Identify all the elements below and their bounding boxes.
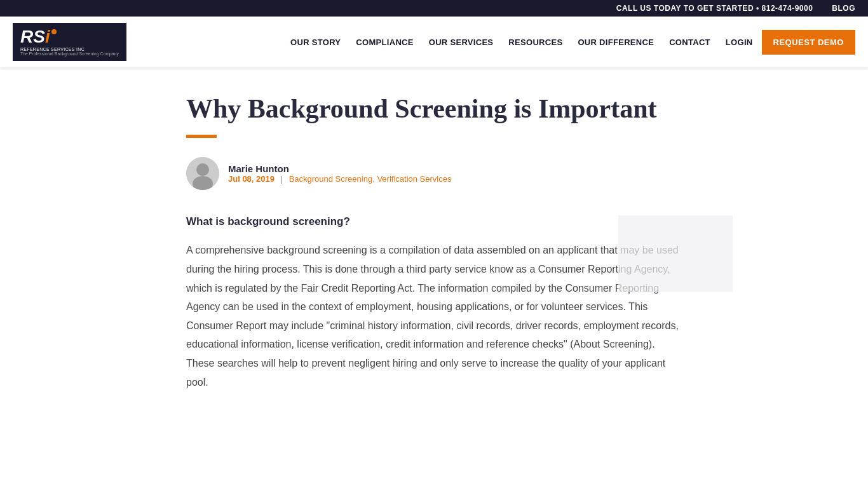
logo-r: R: [20, 28, 33, 46]
article-title: Why Background Screening is Important: [186, 93, 682, 125]
nav-contact[interactable]: CONTACT: [663, 32, 717, 52]
logo-area[interactable]: R S i REFERENCE SERVICES INC The Profess…: [13, 23, 126, 61]
call-cta: CALL US TODAY TO GET STARTED • 812-474-9…: [616, 4, 813, 13]
nav-our-story[interactable]: OUR STORY: [284, 32, 347, 52]
nav-login[interactable]: LOGIN: [719, 32, 759, 52]
logo-s: S: [33, 28, 45, 46]
header: R S i REFERENCE SERVICES INC The Profess…: [0, 17, 868, 67]
content-wrapper: What is background screening? A comprehe…: [186, 215, 682, 391]
logo-box: R S i REFERENCE SERVICES INC The Profess…: [13, 23, 126, 61]
svg-point-1: [196, 163, 209, 176]
request-demo-button[interactable]: REQUEST DEMO: [762, 30, 855, 55]
author-date: Jul 08, 2019: [228, 174, 275, 184]
nav-resources[interactable]: RESOURCES: [502, 32, 569, 52]
author-avatar: [186, 157, 219, 190]
side-decoration: [618, 215, 733, 292]
nav-our-services[interactable]: OUR SERVICES: [423, 32, 500, 52]
section-heading: What is background screening?: [186, 215, 682, 228]
logo-tagline: The Professional Background Screening Co…: [20, 51, 119, 56]
logo-dot: [51, 29, 57, 34]
category-verification-services[interactable]: Verification Services: [377, 174, 451, 184]
nav-our-difference[interactable]: OUR DIFFERENCE: [571, 32, 660, 52]
main-nav: OUR STORY COMPLIANCE OUR SERVICES RESOUR…: [284, 30, 855, 55]
meta-separator: |: [281, 174, 285, 184]
article-body: A comprehensive background screening is …: [186, 241, 682, 391]
blog-link[interactable]: BLOG: [832, 4, 855, 13]
logo-i: i: [45, 28, 50, 46]
author-info: Marie Hunton Jul 08, 2019 | Background S…: [228, 163, 451, 184]
author-meta: Jul 08, 2019 | Background Screening, Ver…: [228, 174, 451, 184]
logo-company-name: REFERENCE SERVICES INC: [20, 47, 85, 51]
top-bar: CALL US TODAY TO GET STARTED • 812-474-9…: [0, 0, 868, 17]
category-background-screening[interactable]: Background Screening: [289, 174, 373, 184]
title-underline: [186, 135, 217, 138]
main-content: Why Background Screening is Important Ma…: [148, 67, 720, 430]
logo-rsi: R S i: [20, 28, 57, 46]
author-name: Marie Hunton: [228, 163, 451, 174]
author-section: Marie Hunton Jul 08, 2019 | Background S…: [186, 157, 682, 190]
nav-compliance[interactable]: COMPLIANCE: [349, 32, 419, 52]
